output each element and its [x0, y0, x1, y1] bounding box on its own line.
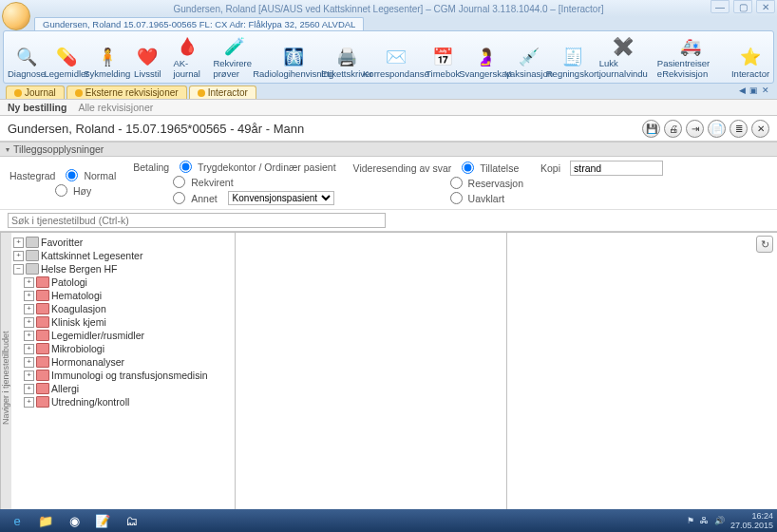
tree-node[interactable]: −Helse Bergen HF — [13, 262, 233, 276]
videresending-reservasjon-radio[interactable] — [450, 177, 463, 189]
expand-icon[interactable]: + — [24, 304, 34, 314]
videresending-label: Videresending av svar — [353, 162, 452, 174]
section-header[interactable]: ▾ Tilleggsopplysninger — [0, 142, 777, 157]
panel-back-icon[interactable]: ◀ — [739, 86, 746, 95]
hastegrad-hoy-radio[interactable] — [55, 184, 67, 197]
ribbon-pasientreiser-erekvisisjon[interactable]: 🚑Pasientreiser eRekvisisjon — [653, 33, 730, 81]
ribbon-etikettskriver[interactable]: 🖨️Etikettskriver — [326, 33, 369, 81]
tree-node[interactable]: +Hormonanalyser — [24, 355, 233, 369]
ribbon-korrespondanse[interactable]: ✉️Korrespondanse — [370, 33, 423, 81]
folder-icon — [36, 383, 49, 394]
expand-icon[interactable]: + — [24, 291, 34, 301]
system-tray[interactable]: ⚑ 🖧 🔊 16:24 27.05.2015 — [687, 511, 773, 530]
close-panel-button[interactable]: ✕ — [751, 120, 769, 138]
main-split: Naviger i tjenestetilbudet +Favoritter+K… — [0, 232, 777, 532]
expand-icon[interactable]: + — [24, 277, 34, 288]
panel-restore-icon[interactable]: ▣ — [749, 86, 758, 95]
save-button[interactable]: 💾 — [642, 120, 660, 138]
tray-network-icon[interactable]: 🖧 — [700, 516, 709, 525]
tree-node[interactable]: +Favoritter — [13, 236, 233, 249]
videresending-uavklart-radio[interactable] — [450, 192, 463, 204]
betaling-label: Betaling — [133, 162, 169, 173]
ribbon-svangerskap[interactable]: 🤰Svangerskap — [464, 33, 506, 81]
expand-icon[interactable]: + — [24, 357, 34, 368]
hastegrad-normal-radio[interactable] — [66, 169, 78, 181]
document-button[interactable]: 📄 — [708, 120, 726, 138]
kopi-input[interactable] — [570, 161, 663, 176]
folder-icon — [36, 356, 49, 368]
tree-node[interactable]: +Kattskinnet Legesenter — [13, 249, 233, 262]
taskbar-ie-icon[interactable]: e — [4, 511, 30, 530]
tree-node[interactable]: +Legemidler/rusmidler — [24, 329, 233, 342]
betaling-annet-select[interactable]: Konvensjonspasient — [228, 191, 334, 205]
export-button[interactable]: ⇥ — [686, 120, 704, 138]
minimize-button[interactable]: — — [711, 0, 730, 13]
folder-icon — [36, 343, 49, 354]
module-tab-interactor[interactable]: Interactor — [189, 86, 256, 99]
taskbar-chrome-icon[interactable]: ◉ — [61, 511, 87, 530]
module-tab-journal[interactable]: Journal — [6, 86, 65, 99]
betaling-trygd-radio[interactable] — [180, 161, 192, 173]
tree-node[interactable]: +Mikrobiologi — [24, 342, 233, 355]
ribbon-interactor[interactable]: ⭐Interactor — [731, 33, 769, 81]
collapse-icon[interactable]: − — [13, 264, 24, 275]
refresh-button[interactable]: ↻ — [756, 236, 773, 253]
betaling-rekvirent-radio[interactable] — [173, 176, 185, 188]
expand-icon[interactable]: + — [24, 397, 34, 408]
ribbon-lukk-journalvindu[interactable]: ✖️Lukk journalvindu — [597, 33, 651, 81]
subtab-ny-bestilling[interactable]: Ny bestilling — [8, 102, 66, 113]
tree-node[interactable]: +Patologi — [24, 276, 233, 289]
panel-close-icon[interactable]: ✕ — [762, 86, 769, 95]
ribbon-livsstil[interactable]: ❤️Livsstil — [128, 33, 166, 81]
close-button[interactable]: ✕ — [756, 0, 775, 13]
ribbon-ak-journal[interactable]: 🩸AK-journal — [168, 33, 206, 81]
expand-icon[interactable]: + — [24, 370, 34, 381]
videresending-tillatelse-radio[interactable] — [462, 162, 474, 174]
list-button[interactable]: ≣ — [730, 120, 748, 138]
side-strip[interactable]: Naviger i tjenestetilbudet — [0, 233, 11, 532]
expand-icon[interactable]: + — [24, 331, 34, 341]
expand-icon[interactable]: + — [24, 344, 34, 354]
tree-node[interactable]: +Allergi — [24, 382, 233, 395]
module-tab-eksterne-rekvisisjoner[interactable]: Eksterne rekvisisjoner — [66, 86, 187, 99]
svangerskap-icon: 🤰 — [472, 46, 499, 68]
tray-sound-icon[interactable]: 🔊 — [714, 516, 725, 525]
taskbar: e 📁 ◉ 📝 🗂 ⚑ 🖧 🔊 16:24 27.05.2015 — [0, 509, 777, 532]
maximize-button[interactable]: ▢ — [733, 0, 752, 13]
patient-actions: 💾 🖨 ⇥ 📄 ≣ ✕ — [642, 120, 769, 138]
document-tab[interactable]: Gundersen, Roland 15.07.1965-00565 FL: C… — [34, 17, 364, 30]
tray-flag-icon[interactable]: ⚑ — [687, 516, 694, 525]
section-title: Tilleggsopplysninger — [13, 143, 104, 155]
taskbar-explorer-icon[interactable]: 📁 — [32, 511, 59, 530]
ribbon-diagnose[interactable]: 🔍Diagnose — [8, 33, 46, 81]
tree-node[interactable]: +Koagulasjon — [24, 302, 233, 315]
service-search-input[interactable] — [8, 213, 386, 228]
tree-node[interactable]: +Immunologi og transfusjonsmedisin — [24, 369, 233, 382]
ribbon-sykmelding[interactable]: 🧍Sykmelding — [87, 33, 126, 81]
taskbar-notepad-icon[interactable]: 📝 — [89, 511, 116, 530]
expand-icon[interactable]: + — [13, 238, 24, 248]
tree-node[interactable]: +Hematologi — [24, 289, 233, 302]
app-orb-icon[interactable] — [2, 2, 30, 30]
expand-icon[interactable]: + — [24, 384, 34, 394]
expand-icon[interactable]: + — [24, 317, 34, 328]
ribbon-timebok[interactable]: 📅Timebok — [424, 33, 462, 81]
subtab-alle-rekvisisjoner[interactable]: Alle rekvisisjoner — [78, 102, 153, 113]
tray-clock[interactable]: 16:24 27.05.2015 — [730, 511, 773, 530]
ribbon-vaksinasjon[interactable]: 💉Vaksinasjon — [509, 33, 549, 81]
tree-label: Legemidler/rusmidler — [51, 330, 144, 341]
tree-node[interactable]: +Utredning/kontroll — [24, 395, 233, 408]
taskbar-app-icon[interactable]: 🗂 — [118, 511, 144, 530]
folder-icon — [36, 303, 49, 314]
betaling-annet-radio[interactable] — [173, 192, 185, 204]
print-button[interactable]: 🖨 — [664, 120, 682, 138]
tree-label: Immunologi og transfusjonsmedisin — [51, 370, 208, 381]
diagnose-icon: 🔍 — [13, 46, 40, 68]
ribbon-regningskort[interactable]: 🧾Regningskort — [551, 33, 595, 81]
ribbon-legemidler[interactable]: 💊Legemidler — [47, 33, 85, 81]
ribbon-radiologihenvisning[interactable]: 🩻Radiologihenvisning — [263, 33, 324, 81]
tree-node[interactable]: +Klinisk kjemi — [24, 315, 233, 329]
hastegrad-hoy-label: Høy — [73, 185, 91, 197]
document-tab-row: Gundersen, Roland 15.07.1965-00565 FL: C… — [0, 17, 777, 30]
expand-icon[interactable]: + — [13, 251, 24, 261]
